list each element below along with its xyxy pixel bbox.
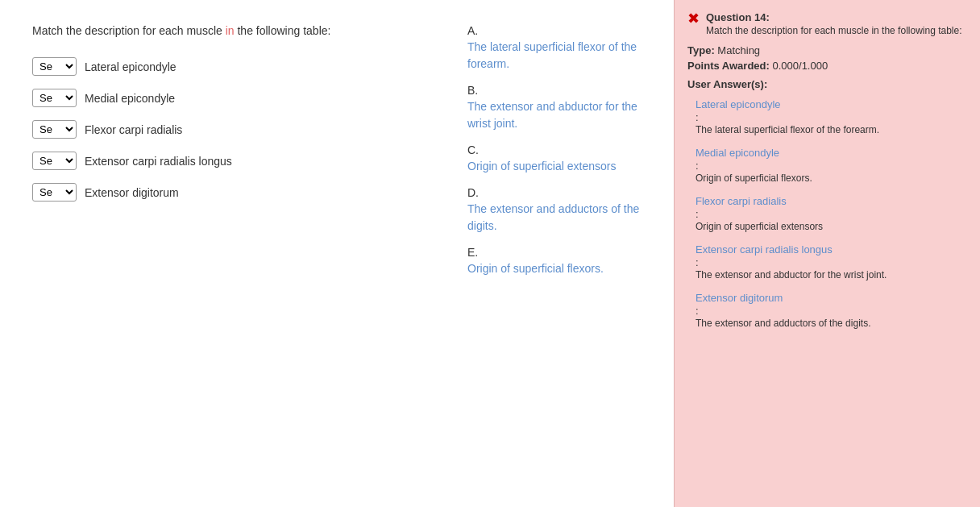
panel-points-label: Points Awarded:: [687, 60, 770, 72]
desc-text-c: Origin of superficial extensors: [467, 158, 661, 175]
muscle-select-medial-epicondyle[interactable]: SeABCDE: [32, 89, 77, 107]
error-icon: ✖: [687, 10, 700, 27]
desc-letter-c: C.: [467, 143, 661, 156]
panel-type-label: Type:: [687, 44, 715, 56]
desc-text-a: The lateral superficial flexor of the fo…: [467, 39, 661, 73]
answer-colon-3: :: [696, 256, 967, 268]
panel-question-desc: Match the description for each muscle in…: [706, 25, 962, 36]
highlight-in: in: [226, 24, 235, 37]
desc-text-e: Origin of superficial flexors.: [467, 260, 661, 277]
muscle-select-flexor-carpi-radialis[interactable]: SeABCDE: [32, 120, 77, 139]
main-layout: Match the description for each muscle in…: [0, 0, 980, 507]
panel-question-title: Question 14:: [706, 11, 962, 23]
answer-value-1: Origin of superficial flexors.: [696, 172, 967, 184]
answer-muscle-1: Medial epicondyle: [696, 147, 967, 159]
muscle-select-extensor-carpi-radialis-longus[interactable]: SeABCDE: [32, 152, 77, 170]
answer-colon-4: :: [696, 305, 967, 317]
desc-letter-a: A.: [467, 24, 661, 37]
desc-item-c: C. Origin of superficial extensors: [467, 143, 661, 175]
answer-colon-1: :: [696, 160, 967, 172]
panel-meta: Type: Matching Points Awarded: 0.000/1.0…: [687, 44, 967, 72]
panel-header: ✖ Question 14: Match the description for…: [687, 11, 967, 36]
desc-item-e: E. Origin of superficial flexors.: [467, 246, 661, 277]
desc-text-b: The extensor and abductor for the wrist …: [467, 98, 661, 132]
desc-item-d: D. The extensor and adductors of the dig…: [467, 186, 661, 235]
desc-letter-e: E.: [467, 246, 661, 259]
answer-block-4: Extensor digitorum : The extensor and ad…: [687, 292, 967, 329]
panel-title-block: Question 14: Match the description for e…: [706, 11, 962, 36]
panel-points-row: Points Awarded: 0.000/1.000: [687, 60, 967, 72]
answer-block-2: Flexor carpi radialis : Origin of superf…: [687, 195, 967, 232]
answer-muscle-4: Extensor digitorum: [696, 292, 967, 304]
muscle-label-flexor-carpi-radialis: Flexor carpi radialis: [85, 123, 182, 136]
desc-letter-d: D.: [467, 186, 661, 199]
question-area: Match the description for each muscle in…: [0, 0, 674, 507]
answer-value-2: Origin of superficial extensors: [696, 221, 967, 232]
muscle-label-lateral-epicondyle: Lateral epicondyle: [85, 60, 176, 73]
answer-block-0: Lateral epicondyle : The lateral superfi…: [687, 98, 967, 135]
answer-muscle-3: Extensor carpi radialis longus: [696, 243, 967, 256]
answer-value-4: The extensor and adductors of the digits…: [696, 318, 967, 329]
muscle-select-lateral-epicondyle[interactable]: SeABCDE: [32, 57, 77, 76]
answer-block-1: Medial epicondyle : Origin of superficia…: [687, 147, 967, 184]
muscle-select-extensor-digitorum[interactable]: SeABCDE: [32, 183, 77, 202]
descriptions-column: A. The lateral superficial flexor of the…: [467, 24, 661, 289]
panel-type-row: Type: Matching: [687, 44, 967, 56]
answer-muscle-2: Flexor carpi radialis: [696, 195, 967, 207]
desc-item-b: B. The extensor and abductor for the wri…: [467, 84, 661, 132]
panel-user-answers-title: User Answer(s):: [687, 78, 967, 90]
muscle-label-medial-epicondyle: Medial epicondyle: [85, 92, 175, 105]
desc-text-d: The extensor and adductors of the digits…: [467, 201, 661, 235]
muscle-label-extensor-carpi-radialis-longus: Extensor carpi radialis longus: [85, 155, 232, 168]
desc-item-a: A. The lateral superficial flexor of the…: [467, 24, 661, 73]
answer-value-3: The extensor and abductor for the wrist …: [696, 269, 967, 281]
desc-letter-b: B.: [467, 84, 661, 97]
right-panel: ✖ Question 14: Match the description for…: [674, 0, 980, 507]
answer-muscle-0: Lateral epicondyle: [696, 98, 967, 110]
answer-colon-0: :: [696, 111, 967, 123]
muscle-label-extensor-digitorum: Extensor digitorum: [85, 186, 179, 199]
answer-block-3: Extensor carpi radialis longus : The ext…: [687, 243, 967, 281]
answer-value-0: The lateral superficial flexor of the fo…: [696, 124, 967, 135]
panel-points-value: 0.000/1.000: [772, 60, 828, 72]
panel-type-value: Matching: [717, 44, 760, 56]
answer-colon-2: :: [696, 208, 967, 220]
